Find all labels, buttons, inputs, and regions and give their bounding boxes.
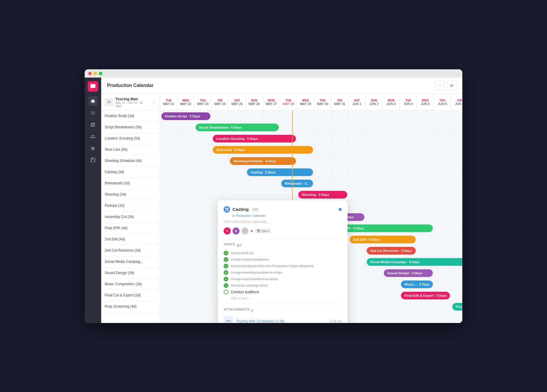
add-task-button[interactable]: Add a task... bbox=[231, 296, 342, 300]
page-title: Production Calendar bbox=[107, 83, 153, 88]
task-item[interactable]: Collect feedback from the Production Tea… bbox=[224, 264, 342, 268]
popup-duration: (3d) bbox=[252, 207, 258, 211]
gantt-bar[interactable]: Casting · 3 Days bbox=[247, 168, 313, 176]
gantt-row-label[interactable]: Pickups (1d) bbox=[101, 200, 160, 211]
sidebar-item-team[interactable] bbox=[88, 132, 98, 141]
sidebar-item-vip[interactable] bbox=[88, 144, 98, 153]
title-bar bbox=[85, 69, 462, 78]
task-item[interactable]: Generate casting sheet bbox=[224, 283, 342, 288]
gantt-row-label[interactable]: Casting (3d) bbox=[101, 167, 160, 178]
view-toggle-button[interactable] bbox=[447, 81, 456, 90]
gantt-cell bbox=[417, 211, 434, 222]
gantt-bar[interactable]: Prep EPK · 6 Days bbox=[333, 224, 433, 232]
day-column-header: WEDJUN 5 bbox=[417, 94, 434, 110]
gantt-bar[interactable]: Social Media Campaign · 8 Days bbox=[367, 258, 462, 266]
task-checkbox[interactable] bbox=[224, 251, 228, 255]
day-date: MAY 21 bbox=[163, 102, 174, 106]
task-checkbox[interactable] bbox=[224, 257, 228, 262]
gantt-row-label[interactable]: Shot Lists (6d) bbox=[101, 144, 160, 155]
sidebar-item-list[interactable] bbox=[88, 108, 98, 118]
project-menu-button[interactable]: ⋮ bbox=[152, 99, 156, 105]
day-name: FRI bbox=[457, 99, 462, 102]
gantt-cell bbox=[434, 279, 451, 290]
gantt-cell bbox=[348, 200, 366, 211]
gantt-cell bbox=[194, 200, 212, 211]
gantt-row-label[interactable]: Script Breakdowns (5d) bbox=[101, 122, 160, 133]
task-item[interactable]: Conduct auditions bbox=[224, 290, 342, 294]
gantt-bar[interactable]: Script Breakdowns · 5 Days bbox=[196, 124, 279, 131]
gantt-row-label[interactable]: Rehearsals (2d) bbox=[101, 178, 160, 189]
gantt-cell bbox=[348, 167, 366, 178]
gantt-bar[interactable]: Sound Design · 3 Days bbox=[384, 269, 433, 277]
task-item[interactable]: Assign shooting location to strips bbox=[224, 270, 342, 275]
tasks-count: 6/7 bbox=[237, 244, 241, 247]
gantt-row-label[interactable]: Shooting (3d) bbox=[101, 189, 160, 200]
gantt-cell bbox=[434, 245, 451, 256]
task-text: Create script breakdown bbox=[231, 257, 269, 262]
gantt-row-label[interactable]: Sound Design (3d) bbox=[101, 268, 160, 279]
minimize-dot[interactable] bbox=[94, 72, 97, 75]
gantt-row-label[interactable]: Assembly Cut (3d) bbox=[101, 211, 160, 223]
task-checkbox[interactable] bbox=[224, 270, 228, 275]
gantt-row-label[interactable]: Prep EPK (4d) bbox=[101, 223, 160, 234]
gantt-cell bbox=[383, 290, 400, 301]
day-name: FRI bbox=[337, 99, 342, 102]
sidebar-item-home[interactable] bbox=[88, 96, 98, 106]
gantt-row-label[interactable]: Social Media Campaig... bbox=[101, 256, 160, 268]
attachments-count: 2 bbox=[251, 309, 253, 312]
gantt-bar[interactable]: Final Edit & Export · 3 Days bbox=[401, 292, 450, 299]
gantt-cell bbox=[417, 301, 434, 312]
due-date-badge[interactable]: Jun 1 bbox=[255, 229, 271, 233]
gantt-row-label[interactable]: Location Scouting (5d) bbox=[101, 133, 160, 144]
gantt-cell bbox=[280, 122, 297, 133]
gantt-row-label[interactable]: Final Cut & Export (3d) bbox=[101, 290, 160, 301]
gantt-bar[interactable]: Rehearsals · 2... bbox=[281, 180, 313, 187]
task-checkbox[interactable] bbox=[224, 290, 228, 294]
sidebar bbox=[85, 78, 101, 323]
popup-description[interactable]: Add a description (optional)... bbox=[224, 220, 342, 224]
task-checkbox[interactable] bbox=[224, 264, 228, 268]
avatar-add[interactable]: + bbox=[241, 227, 248, 234]
gantt-bar[interactable]: Location Scouting · 5 Days bbox=[213, 135, 296, 142]
gantt-row-label[interactable]: 2nd Edit (4d) bbox=[101, 234, 160, 245]
task-checkbox[interactable] bbox=[224, 277, 228, 281]
gantt-bar[interactable]: Prep Sc... bbox=[452, 303, 462, 311]
gantt-cell bbox=[177, 234, 194, 245]
gantt-row-label[interactable]: Music Composition (2d) bbox=[101, 279, 160, 290]
gantt-cell bbox=[434, 200, 451, 211]
task-item[interactable]: Create script breakdown bbox=[224, 257, 342, 262]
gantt-row-labels: Finalize Script (3d)Script Breakdowns (5… bbox=[101, 111, 160, 312]
attachment-name[interactable]: Touring Man Screenplay v2.fdx bbox=[236, 319, 327, 323]
gantt-cell bbox=[400, 189, 417, 200]
gantt-row-label[interactable]: Prep Screening (4d) bbox=[101, 301, 160, 312]
gantt-cell bbox=[177, 122, 194, 133]
gantt-bar[interactable]: 2nd Edit · 4 Days bbox=[350, 236, 416, 243]
task-item[interactable]: Assign cast members to strips bbox=[224, 277, 342, 281]
gantt-row-label[interactable]: 2nd Cut Revisions (3d) bbox=[101, 245, 160, 256]
gantt-bar[interactable]: Shooting Schedule · 4 Days bbox=[230, 157, 296, 165]
gantt-cell bbox=[160, 234, 177, 245]
gantt-cell bbox=[263, 189, 280, 200]
sidebar-item-board[interactable] bbox=[88, 120, 98, 129]
day-name: TUE bbox=[166, 99, 172, 102]
gantt-row-label[interactable]: Finalize Script (3d) bbox=[101, 111, 160, 122]
gantt-bar[interactable]: Shooting · 3 Days bbox=[298, 191, 347, 199]
gantt-cell bbox=[177, 167, 194, 178]
gantt-bar[interactable]: Music... · 2 Days bbox=[401, 281, 433, 288]
gantt-bar[interactable]: Shot Lists · 6 Days bbox=[213, 146, 313, 154]
sidebar-item-book[interactable] bbox=[88, 155, 98, 165]
task-item[interactable]: import draft v2 bbox=[224, 251, 342, 255]
app-logo[interactable] bbox=[88, 81, 98, 92]
task-checkbox[interactable] bbox=[224, 283, 228, 288]
gantt-cell bbox=[366, 144, 383, 155]
more-options-button[interactable]: ··· bbox=[435, 81, 445, 90]
gantt-bar[interactable]: 2nd Cut Revisions · 3 Days bbox=[367, 247, 416, 255]
gantt-cell bbox=[194, 279, 212, 290]
maximize-dot[interactable] bbox=[99, 72, 102, 75]
gantt-cell bbox=[160, 144, 177, 155]
popup-calendar-link[interactable]: Production Calendar bbox=[236, 214, 266, 217]
close-dot[interactable] bbox=[88, 72, 92, 75]
gantt-row-label[interactable]: Shooting Schedule (4d) bbox=[101, 155, 160, 167]
gantt-bar[interactable]: Finalize Script · 3 Days bbox=[161, 112, 210, 120]
gantt-cell bbox=[229, 167, 246, 178]
